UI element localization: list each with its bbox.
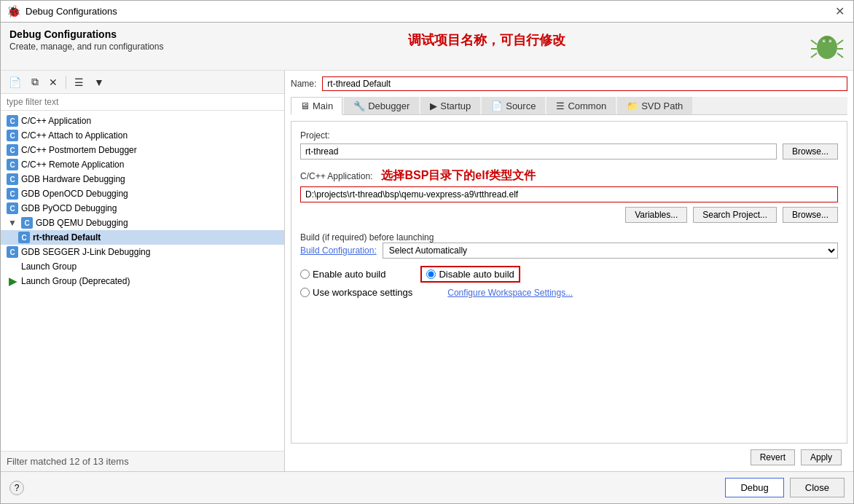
use-workspace-option[interactable]: Use workspace settings xyxy=(300,287,412,298)
svd-tab-label: SVD Path xyxy=(641,101,683,111)
delete-config-button[interactable]: ✕ xyxy=(45,74,61,90)
tabs-bar: 🖥 Main 🔧 Debugger ▶ Startup 📄 Source ☰ xyxy=(291,97,847,115)
duplicate-config-button[interactable]: ⧉ xyxy=(28,74,42,90)
radio-group: Enable auto build Disable auto build xyxy=(300,266,838,298)
revert-apply-row: Revert Apply xyxy=(291,444,847,465)
common-tab-icon: ☰ xyxy=(556,101,565,111)
cpp-postmortem-icon: C xyxy=(7,144,18,156)
build-config-label[interactable]: Build Configuration: xyxy=(300,245,377,256)
tab-source[interactable]: 📄 Source xyxy=(482,97,545,114)
name-label: Name: xyxy=(291,79,316,89)
project-browse-button[interactable]: Browse... xyxy=(783,143,838,160)
build-config-select[interactable]: Select Automatically Debug Release xyxy=(383,243,838,259)
apply-button[interactable]: Apply xyxy=(801,449,842,465)
dialog: Debug Configurations Create, manage, and… xyxy=(0,22,854,504)
right-panel: Name: 🖥 Main 🔧 Debugger ▶ Startup xyxy=(285,71,853,471)
toolbar-separator-1 xyxy=(66,76,66,89)
app-input-row xyxy=(300,186,838,202)
footer-left: ? xyxy=(9,481,24,495)
tree-item-launch-group[interactable]: Launch Group xyxy=(1,259,284,274)
tree-item-cpp-attach[interactable]: C C/C++ Attach to Application xyxy=(1,128,284,143)
startup-tab-label: Startup xyxy=(440,101,471,111)
common-tab-label: Common xyxy=(568,101,606,111)
launch-group-dep-icon: ▶ xyxy=(7,275,18,287)
gdb-qemu-icon: C xyxy=(21,217,33,229)
tree-item-gdb-segger[interactable]: C GDB SEGGER J-Link Debugging xyxy=(1,245,284,259)
tree-item-cpp-remote[interactable]: C C/C++ Remote Application xyxy=(1,157,284,172)
app-browse-button[interactable]: Browse... xyxy=(783,207,838,223)
dialog-header: Debug Configurations Create, manage, and… xyxy=(1,23,853,71)
gdb-segger-icon: C xyxy=(7,246,18,258)
tree-item-launch-group-dep[interactable]: ▶ Launch Group (Deprecated) xyxy=(1,274,284,288)
cpp-app-icon: C xyxy=(7,115,18,127)
left-panel: 📄 ⧉ ✕ ☰ ▼ C C/C++ Application C C/C++ At… xyxy=(1,71,285,471)
gdb-pyocd-label: GDB PyOCD Debugging xyxy=(21,203,117,213)
project-row: Browse... xyxy=(300,143,838,160)
title-bar-text: Debug Configurations xyxy=(26,6,117,17)
debug-button[interactable]: Debug xyxy=(725,478,783,497)
gdb-hardware-label: GDB Hardware Debugging xyxy=(21,174,125,184)
app-input[interactable] xyxy=(300,186,838,202)
disable-auto-build-container: Disable auto build xyxy=(420,266,520,283)
name-input[interactable] xyxy=(322,76,847,91)
variables-button[interactable]: Variables... xyxy=(625,207,687,223)
app-btn-row: Variables... Search Project... Browse... xyxy=(300,207,838,223)
tab-common[interactable]: ☰ Common xyxy=(547,97,616,114)
filter-dropdown-button[interactable]: ▼ xyxy=(90,74,108,90)
disable-auto-build-highlight: Disable auto build xyxy=(420,266,520,283)
tree-list: C C/C++ Application C C/C++ Attach to Ap… xyxy=(1,111,284,451)
tab-main[interactable]: 🖥 Main xyxy=(291,97,342,115)
launch-group-icon xyxy=(7,261,18,272)
disable-auto-build-radio[interactable] xyxy=(426,269,436,279)
svd-tab-icon: 📁 xyxy=(627,101,638,111)
tree-item-rt-thread-default[interactable]: C rt-thread Default xyxy=(1,230,284,245)
app-label: C/C++ Application: xyxy=(300,171,372,181)
help-button[interactable]: ? xyxy=(9,481,24,495)
app-annotation: 选择BSP目录下的elf类型文件 xyxy=(381,168,536,184)
tab-startup[interactable]: ▶ Startup xyxy=(420,97,480,114)
close-button[interactable]: Close xyxy=(790,478,845,497)
app-label-row: C/C++ Application: 选择BSP目录下的elf类型文件 xyxy=(300,168,838,184)
bug-icon-container xyxy=(810,28,845,66)
enable-auto-build-radio[interactable] xyxy=(300,269,310,279)
tab-debugger[interactable]: 🔧 Debugger xyxy=(344,97,419,114)
project-label: Project: xyxy=(300,130,838,141)
enable-auto-build-option[interactable]: Enable auto build xyxy=(300,269,385,280)
revert-button[interactable]: Revert xyxy=(751,449,795,465)
left-toolbar: 📄 ⧉ ✕ ☰ ▼ xyxy=(1,71,284,94)
cpp-remote-label: C/C++ Remote Application xyxy=(21,160,124,170)
dialog-subtitle: Create, manage, and run configurations xyxy=(9,42,163,52)
tree-item-gdb-qemu[interactable]: ▼ C GDB QEMU Debugging xyxy=(1,216,284,230)
main-tab-label: Main xyxy=(313,101,333,111)
source-tab-icon: 📄 xyxy=(491,101,503,111)
launch-group-label: Launch Group xyxy=(21,261,77,272)
close-window-button[interactable]: ✕ xyxy=(832,4,847,18)
disable-auto-build-label: Disable auto build xyxy=(439,269,514,280)
tab-svd-path[interactable]: 📁 SVD Path xyxy=(617,97,692,114)
configure-workspace-link[interactable]: Configure Workspace Settings... xyxy=(447,288,573,298)
gdb-hardware-icon: C xyxy=(7,173,18,185)
debugger-tab-icon: 🔧 xyxy=(353,101,365,111)
startup-tab-icon: ▶ xyxy=(430,101,437,111)
footer-right: Debug Close xyxy=(725,478,845,497)
use-workspace-radio[interactable] xyxy=(300,288,310,297)
launch-group-dep-label: Launch Group (Deprecated) xyxy=(21,276,130,286)
search-project-button[interactable]: Search Project... xyxy=(693,207,777,223)
tree-item-gdb-openocd[interactable]: C GDB OpenOCD Debugging xyxy=(1,186,284,201)
collapse-all-button[interactable]: ☰ xyxy=(71,74,87,90)
title-bar: 🐞 Debug Configurations ✕ xyxy=(0,0,854,22)
tree-item-gdb-pyocd[interactable]: C GDB PyOCD Debugging xyxy=(1,201,284,216)
radio-row-1: Enable auto build Disable auto build xyxy=(300,266,838,283)
debugger-tab-label: Debugger xyxy=(368,101,410,111)
tree-item-gdb-hardware[interactable]: C GDB Hardware Debugging xyxy=(1,172,284,186)
cpp-remote-icon: C xyxy=(7,159,18,170)
gdb-qemu-expand-icon: ▼ xyxy=(7,217,18,229)
filter-status: Filter matched 12 of 13 items xyxy=(7,456,129,467)
svg-line-4 xyxy=(811,40,817,44)
filter-input[interactable] xyxy=(1,94,284,111)
new-config-button[interactable]: 📄 xyxy=(5,74,25,90)
tree-item-cpp-postmortem[interactable]: C C/C++ Postmortem Debugger xyxy=(1,143,284,157)
tree-item-cpp-app[interactable]: C C/C++ Application xyxy=(1,114,284,128)
project-input[interactable] xyxy=(300,143,777,160)
debug-icon: 🐞 xyxy=(7,4,21,18)
